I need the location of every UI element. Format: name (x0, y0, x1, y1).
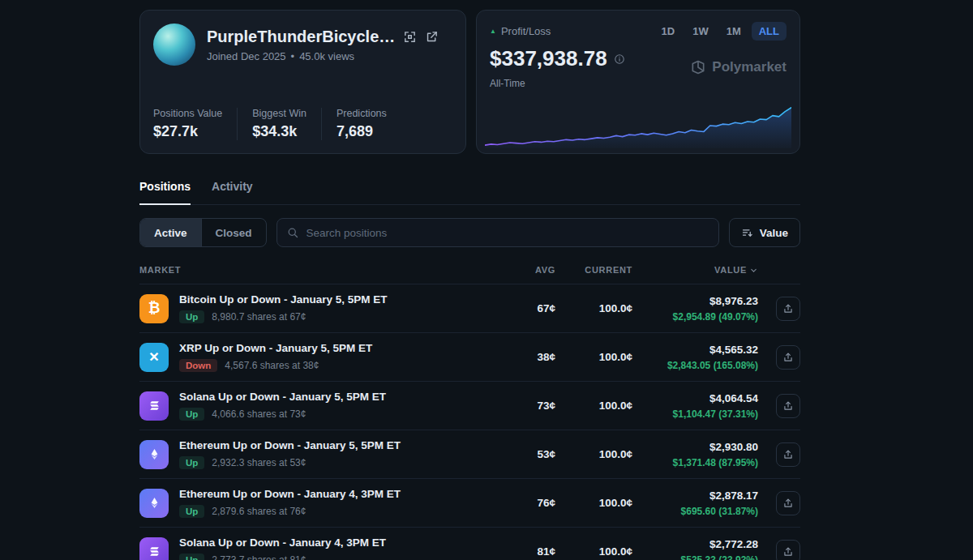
stat-positions-value: Positions Value $27.7k (153, 108, 237, 140)
sort-icon (741, 227, 753, 239)
header-current: CURRENT (555, 265, 632, 275)
range-1w-button[interactable]: 1W (685, 22, 716, 41)
current-price: 100.0¢ (555, 497, 632, 509)
market-title[interactable]: Solana Up or Down - January 5, 5PM ET (179, 391, 386, 403)
header-value-sort[interactable]: VALUE (632, 265, 758, 275)
avg-price: 81¢ (499, 545, 555, 558)
shares-label: 4,567.6 shares at 38¢ (225, 360, 319, 371)
side-badge: Up (179, 408, 204, 421)
table-row[interactable]: Solana Up or Down - January 5, 5PM ET Up… (139, 381, 800, 430)
closed-toggle-button[interactable]: Closed (201, 219, 266, 246)
chevron-down-icon (749, 266, 758, 275)
page-content: PurpleThunderBicycle… Joined Dec 2025 • … (139, 0, 800, 560)
joined-date: Joined Dec 2025 (207, 50, 286, 62)
shares-label: 4,066.6 shares at 73¢ (212, 408, 306, 420)
range-selector: 1D 1W 1M ALL (654, 22, 787, 41)
header-avg: AVG (499, 265, 555, 275)
shares-label: 2,773.7 shares at 81¢ (212, 554, 306, 560)
avg-price: 67¢ (499, 302, 555, 314)
position-gain: $695.60 (31.87%) (681, 506, 758, 517)
status-toggle: Active Closed (139, 218, 267, 247)
search-box[interactable] (276, 218, 719, 247)
positions-list: ₿ Bitcoin Up or Down - January 5, 5PM ET… (139, 284, 800, 560)
pnl-label: Profit/Loss (501, 25, 551, 37)
range-1d-button[interactable]: 1D (654, 22, 683, 41)
avg-price: 53¢ (499, 448, 555, 460)
avg-price: 73¢ (499, 400, 555, 412)
market-title[interactable]: XRP Up or Down - January 5, 5PM ET (179, 342, 372, 354)
share-button[interactable] (776, 540, 800, 560)
table-row[interactable]: Solana Up or Down - January 4, 3PM ET Up… (139, 527, 800, 560)
range-1m-button[interactable]: 1M (719, 22, 748, 41)
pnl-chart (485, 101, 791, 148)
external-link-icon[interactable] (425, 30, 439, 44)
tab-activity[interactable]: Activity (212, 175, 253, 204)
profile-stats: Positions Value $27.7k Biggest Win $34.3… (153, 108, 452, 140)
share-button[interactable] (776, 442, 800, 467)
market-title[interactable]: Ethereum Up or Down - January 5, 5PM ET (179, 439, 401, 451)
polymarket-logo-icon (690, 59, 706, 75)
avg-price: 38¢ (499, 351, 555, 363)
range-all-button[interactable]: ALL (752, 22, 787, 41)
table-row[interactable]: ✕ XRP Up or Down - January 5, 5PM ET Dow… (139, 332, 800, 381)
side-badge: Down (179, 359, 217, 372)
table-header: MARKET AVG CURRENT VALUE (139, 265, 800, 284)
current-price: 100.0¢ (555, 302, 632, 314)
share-button[interactable] (776, 491, 800, 515)
xrp-icon: ✕ (139, 343, 169, 372)
active-toggle-button[interactable]: Active (140, 219, 201, 246)
position-value: $2,878.17 (709, 489, 758, 502)
shares-label: 2,879.6 shares at 76¢ (212, 506, 306, 517)
market-title[interactable]: Ethereum Up or Down - January 4, 3PM ET (179, 488, 401, 500)
polymarket-watermark: Polymarket (690, 59, 787, 75)
position-value: $8,976.23 (709, 295, 758, 307)
share-button[interactable] (776, 394, 800, 418)
views-count: 45.0k views (299, 50, 354, 62)
market-title[interactable]: Bitcoin Up or Down - January 5, 5PM ET (179, 293, 388, 306)
position-gain: $2,954.89 (49.07%) (673, 311, 758, 323)
stat-predictions: Predictions 7,689 (321, 108, 401, 140)
info-icon[interactable] (614, 53, 625, 65)
header-cards: PurpleThunderBicycle… Joined Dec 2025 • … (139, 0, 800, 154)
meta-separator: • (291, 50, 295, 62)
ethereum-icon (139, 440, 169, 469)
polymarket-wordmark: Polymarket (712, 59, 787, 75)
avg-price: 76¢ (499, 497, 555, 509)
tab-positions[interactable]: Positions (139, 175, 191, 205)
up-triangle-icon: ▲ (490, 28, 496, 35)
avatar (153, 24, 195, 66)
pnl-period: All-Time (490, 78, 787, 89)
table-row[interactable]: ₿ Bitcoin Up or Down - January 5, 5PM ET… (139, 284, 800, 332)
stat-biggest-win: Biggest Win $34.3k (237, 108, 321, 140)
bitcoin-icon: ₿ (139, 294, 169, 323)
current-price: 100.0¢ (555, 545, 632, 558)
current-price: 100.0¢ (555, 351, 632, 363)
table-row[interactable]: Ethereum Up or Down - January 5, 5PM ET … (139, 430, 800, 478)
market-title[interactable]: Solana Up or Down - January 4, 3PM ET (179, 536, 386, 549)
position-gain: $535.33 (23.93%) (681, 554, 758, 560)
filter-row: Active Closed Value (139, 218, 800, 247)
current-price: 100.0¢ (555, 400, 632, 412)
table-row[interactable]: Ethereum Up or Down - January 4, 3PM ET … (139, 478, 800, 527)
position-gain: $1,104.47 (37.31%) (673, 408, 758, 420)
position-value: $4,565.32 (709, 344, 758, 356)
search-input[interactable] (306, 227, 709, 239)
sort-value-button[interactable]: Value (729, 218, 800, 247)
side-badge: Up (179, 456, 204, 469)
shares-label: 8,980.7 shares at 67¢ (212, 311, 306, 323)
position-gain: $1,371.48 (87.95%) (673, 457, 758, 468)
position-value: $4,064.54 (709, 392, 758, 404)
qr-scan-icon[interactable] (403, 30, 417, 44)
search-icon (287, 227, 299, 239)
share-button[interactable] (776, 345, 800, 370)
position-value: $2,930.80 (709, 441, 758, 453)
side-badge: Up (179, 505, 204, 518)
solana-icon (139, 391, 169, 421)
position-value: $2,772.28 (709, 538, 758, 550)
side-badge: Up (179, 310, 204, 323)
share-button[interactable] (776, 297, 800, 321)
main-tabs: Positions Activity (139, 175, 800, 205)
solana-icon (139, 537, 169, 560)
shares-label: 2,932.3 shares at 53¢ (212, 457, 306, 468)
side-badge: Up (179, 554, 204, 560)
